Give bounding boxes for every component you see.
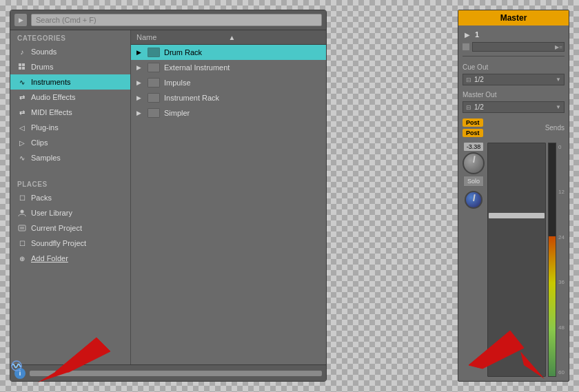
list-item[interactable]: ▶ Simpler: [131, 105, 326, 121]
level-fill: [549, 236, 556, 376]
cue-out-value: 1/2: [474, 76, 484, 83]
scale-12: 12: [558, 189, 565, 195]
master-content: ▶ 1 ▶= Cue Out ⊟ 1/2 ▼ Master Out ⊟ 1/2 …: [458, 25, 569, 381]
drums-icon: [17, 62, 27, 72]
sidebar-item-sounds[interactable]: ♪ Sounds: [10, 44, 130, 59]
db-display: -3.38: [464, 143, 484, 151]
sidebar-item-drums[interactable]: Drums: [10, 59, 130, 74]
master-play-button[interactable]: ▶: [463, 30, 472, 39]
sidebar-item-plug-ins[interactable]: ◁ Plug-ins: [10, 120, 130, 135]
solo-button[interactable]: Solo: [463, 176, 484, 187]
scale-labels: 0 12 24 36 48 60: [558, 143, 565, 377]
drums-label: Drums: [31, 63, 53, 71]
soundfly-project-icon: ☐: [17, 238, 27, 248]
rec-arrow: ▶=: [555, 44, 562, 50]
sidebar-item-audio-effects[interactable]: ⇄ Audio Effects: [10, 90, 130, 105]
svg-rect-1: [22, 63, 25, 66]
samples-label: Samples: [31, 154, 61, 162]
sidebar-item-samples[interactable]: ∿ Samples: [10, 150, 130, 165]
cue-out-dropdown[interactable]: ⊟ 1/2 ▼: [463, 74, 565, 85]
master-out-dropdown[interactable]: ⊟ 1/2 ▼: [463, 101, 565, 113]
item-icon: [148, 48, 160, 57]
packs-label: Packs: [31, 194, 52, 202]
volume-knob[interactable]: [463, 152, 485, 174]
bottom-wave-icon[interactable]: [10, 359, 23, 373]
master-out-icon: ⊟: [466, 104, 471, 111]
fader-section: 0 12 24 36 48 60: [487, 143, 565, 377]
list-item[interactable]: ▶ Instrument Rack: [131, 90, 326, 105]
browser-content: CATEGORIES ♪ Sounds Drums ∿ Inst: [10, 30, 326, 364]
post-button-1[interactable]: Post: [463, 118, 483, 127]
list-item[interactable]: ▶ External Instrument: [131, 60, 326, 75]
sidebar-item-current-project[interactable]: Current Project: [10, 220, 130, 236]
sidebar-item-packs[interactable]: ☐ Packs: [10, 190, 130, 205]
list-item[interactable]: ▶ Impulse: [131, 75, 326, 90]
fader-track[interactable]: [487, 143, 546, 377]
post-button-2[interactable]: Post: [463, 129, 483, 137]
master-out-arrow: ▼: [556, 104, 561, 110]
clips-icon: ▷: [17, 138, 27, 147]
item-icon: [148, 63, 160, 72]
level-meter: [548, 143, 556, 377]
cue-out-arrow: ▼: [556, 76, 561, 83]
play-button[interactable]: [14, 14, 27, 26]
pan-knob[interactable]: [465, 191, 482, 209]
sidebar-item-user-library[interactable]: User Library: [10, 205, 130, 220]
places-label: PLACES: [10, 176, 130, 190]
scale-48: 48: [558, 324, 565, 331]
expand-arrow: ▶: [136, 110, 143, 116]
item-label: Simpler: [164, 109, 190, 117]
master-panel: Master ▶ 1 ▶= Cue Out ⊟ 1/2 ▼ Master Out…: [458, 10, 569, 382]
scale-24: 24: [558, 234, 565, 240]
midi-effects-label: MIDI Effects: [31, 108, 72, 116]
list-item[interactable]: ▶ Drum Rack: [131, 45, 326, 60]
item-label: Drum Rack: [164, 48, 202, 56]
name-column-header: Name: [136, 33, 229, 41]
current-project-icon: [17, 223, 27, 233]
list-header: Name ▲: [131, 30, 326, 45]
record-area[interactable]: ▶=: [472, 42, 565, 52]
svg-point-4: [21, 210, 24, 214]
track-number: 1: [475, 30, 479, 39]
user-library-icon: [17, 208, 27, 218]
search-bar: [10, 10, 326, 30]
transport-row: ▶ 1: [463, 30, 565, 39]
stop-button[interactable]: [463, 43, 469, 50]
plug-ins-icon: ◁: [17, 123, 27, 132]
sidebar-item-soundfly-project[interactable]: ☐ Soundfly Project: [10, 236, 130, 251]
svg-rect-0: [19, 63, 21, 66]
scale-36: 36: [558, 279, 565, 285]
sounds-label: Sounds: [31, 48, 57, 56]
master-out-value: 1/2: [474, 103, 484, 111]
instruments-label: Instruments: [31, 78, 70, 86]
expand-arrow: ▶: [136, 49, 143, 56]
volume-area: -3.38 Solo 0 12 24 36 48 60: [463, 143, 565, 377]
instruments-icon: ∿: [17, 77, 27, 87]
item-icon: [148, 108, 160, 118]
sends-area: Post Post Sends: [463, 118, 565, 137]
fader-handle[interactable]: [489, 213, 545, 218]
user-library-label: User Library: [31, 209, 72, 217]
sort-arrow[interactable]: ▲: [229, 34, 321, 41]
item-icon: [148, 93, 160, 103]
cue-out-label: Cue Out: [463, 63, 565, 71]
scale-60: 60: [558, 369, 565, 375]
sidebar-item-clips[interactable]: ▷ Clips: [10, 135, 130, 150]
status-bar-track: [30, 371, 322, 376]
master-header: Master: [458, 10, 569, 25]
sidebar-item-instruments[interactable]: ∿ Instruments: [10, 74, 130, 90]
add-folder-icon: ⊕: [17, 254, 27, 263]
sidebar-item-add-folder[interactable]: ⊕ Add Folder: [10, 251, 130, 266]
current-project-label: Current Project: [31, 224, 82, 232]
expand-arrow: ▶: [136, 79, 143, 86]
master-out-label: Master Out: [463, 91, 565, 99]
audio-effects-icon: ⇄: [17, 92, 27, 102]
soundfly-project-label: Soundfly Project: [31, 239, 86, 247]
sidebar-item-midi-effects[interactable]: ⇄ MIDI Effects: [10, 105, 130, 120]
plug-ins-label: Plug-ins: [31, 123, 59, 132]
sounds-icon: ♪: [17, 47, 27, 56]
audio-effects-label: Audio Effects: [31, 93, 76, 101]
categories-label: CATEGORIES: [10, 30, 130, 44]
sends-label: Sends: [545, 124, 565, 132]
search-input[interactable]: [31, 14, 322, 26]
